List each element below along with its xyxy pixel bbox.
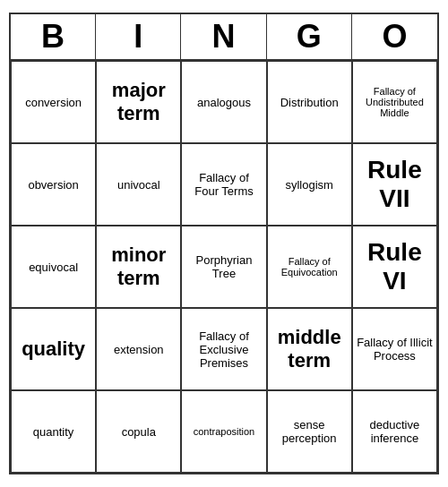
bingo-cell-11: minor term (96, 226, 181, 308)
bingo-cell-3: Distribution (267, 61, 352, 143)
bingo-cell-15: quality (11, 308, 96, 390)
header-letter: N (181, 14, 266, 59)
bingo-cell-0: conversion (11, 61, 96, 143)
header-letter: O (352, 14, 437, 59)
bingo-cell-7: Fallacy of Four Terms (181, 143, 266, 226)
header-letter: G (267, 14, 352, 59)
bingo-cell-23: sense perception (267, 390, 352, 473)
bingo-card: BINGO conversionmajor termanalogousDistr… (9, 13, 439, 474)
bingo-cell-13: Fallacy of Equivocation (267, 226, 352, 308)
bingo-cell-20: quantity (11, 390, 96, 473)
bingo-cell-6: univocal (96, 143, 181, 226)
bingo-cell-19: Fallacy of Illicit Process (352, 308, 437, 390)
bingo-cell-24: deductive inference (352, 390, 437, 473)
bingo-cell-22: contraposition (181, 390, 266, 473)
bingo-cell-16: extension (96, 308, 181, 390)
bingo-grid: conversionmajor termanalogousDistributio… (11, 61, 437, 473)
bingo-cell-18: middle term (267, 308, 352, 390)
bingo-cell-9: Rule VII (352, 143, 437, 226)
bingo-cell-8: syllogism (267, 143, 352, 226)
bingo-cell-2: analogous (181, 61, 266, 143)
bingo-cell-17: Fallacy of Exclusive Premises (181, 308, 266, 390)
header-letter: B (11, 14, 96, 59)
bingo-cell-5: obversion (11, 143, 96, 226)
bingo-cell-21: copula (96, 390, 181, 473)
bingo-cell-10: equivocal (11, 226, 96, 308)
bingo-header: BINGO (11, 14, 437, 61)
bingo-cell-12: Porphyrian Tree (181, 226, 266, 308)
bingo-cell-1: major term (96, 61, 181, 143)
bingo-cell-4: Fallacy of Undistributed Middle (352, 61, 437, 143)
bingo-cell-14: Rule VI (352, 226, 437, 308)
header-letter: I (96, 14, 181, 59)
